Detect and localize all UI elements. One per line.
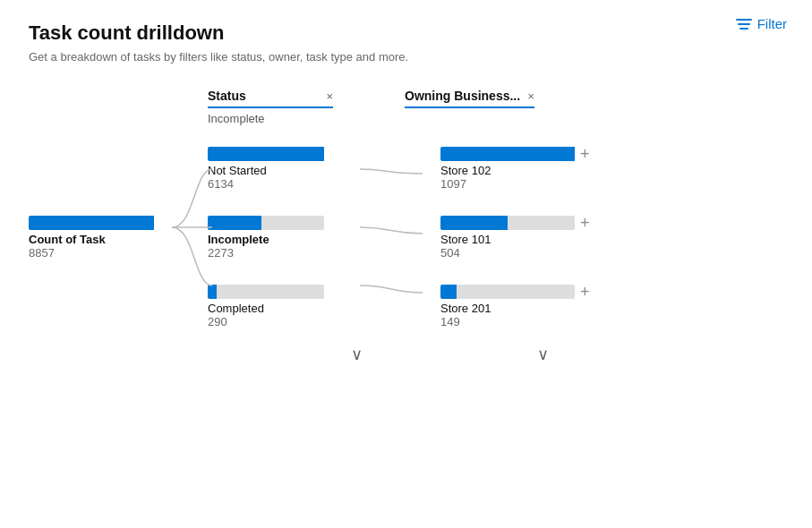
status-incomplete: Incomplete 2273 [208,216,378,260]
store201-value: 149 [440,315,611,328]
count-label: Count of Task [29,233,106,246]
store101-bar-blue [440,216,508,230]
store201-label: Store 201 [440,302,611,315]
filter-row: Status × Incomplete Owning Business... × [208,89,783,125]
status-filter-label: Status [208,89,246,103]
count-value: 8857 [29,246,55,260]
store101-bar-gray [508,216,575,230]
business-filter-header: Owning Business... × [405,89,534,108]
store201-bar-blue [440,285,457,299]
incomplete-bar-blue [208,216,261,230]
incomplete-bar [208,216,378,230]
not-started-value: 6134 [208,177,378,191]
col-status: Not Started 6134 Incomplete 2273 [208,147,378,328]
status-filter-value: Incomplete [208,112,333,125]
col-count-of-task: Count of Task 8857 [29,216,172,260]
completed-bar-blue [208,285,217,299]
count-bar-blue [29,216,154,230]
business-filter-close[interactable]: × [527,89,534,103]
incomplete-label: Incomplete [208,233,378,246]
business-filter-label: Owning Business... [405,89,520,103]
chart-columns: Count of Task 8857 [29,147,783,328]
completed-value: 290 [208,315,378,328]
filter-icon [736,19,752,30]
page-subtitle: Get a breakdown of tasks by filters like… [29,50,783,64]
count-bar [29,216,154,230]
status-down-arrow[interactable]: ∨ [351,345,363,364]
status-filter-close[interactable]: × [326,89,333,103]
business-store201: + Store 201 149 [440,285,611,328]
incomplete-value: 2273 [208,246,378,260]
page: Filter Task count drilldown Get a breakd… [0,0,812,528]
not-started-bar-blue [208,147,324,161]
not-started-bar [208,147,378,161]
store101-bar-container: + [440,216,611,230]
status-filter-header: Status × [208,89,333,108]
incomplete-bar-gray [261,216,324,230]
col-business: + Store 102 1097 + Store 101 504 [440,147,611,328]
filter-button-label: Filter [757,16,787,31]
not-started-label: Not Started [208,164,378,177]
store101-label: Store 101 [440,233,611,246]
status-filter[interactable]: Status × Incomplete [208,89,333,125]
store102-bar-blue [440,147,575,161]
store201-bar-gray [457,285,575,299]
completed-bar [208,285,378,299]
business-store102: + Store 102 1097 [440,147,611,191]
store101-value: 504 [440,246,611,260]
chart-wrapper: Count of Task 8857 [29,147,783,364]
completed-label: Completed [208,302,378,315]
completed-bar-gray [217,285,324,299]
status-not-started: Not Started 6134 [208,147,378,191]
store201-plus[interactable]: + [580,284,590,300]
store101-plus[interactable]: + [580,215,590,231]
store102-bar-container: + [440,147,611,161]
store201-bar-container: + [440,285,611,299]
page-title: Task count drilldown [29,21,783,45]
store102-plus[interactable]: + [580,146,590,162]
store102-value: 1097 [440,177,611,191]
business-down-arrow[interactable]: ∨ [537,345,549,364]
business-filter[interactable]: Owning Business... × [405,89,534,125]
filter-button[interactable]: Filter [736,16,787,31]
store102-label: Store 102 [440,164,611,177]
business-store101: + Store 101 504 [440,216,611,260]
status-completed: Completed 290 [208,285,378,328]
bottom-arrows: ∨ ∨ [351,337,783,364]
